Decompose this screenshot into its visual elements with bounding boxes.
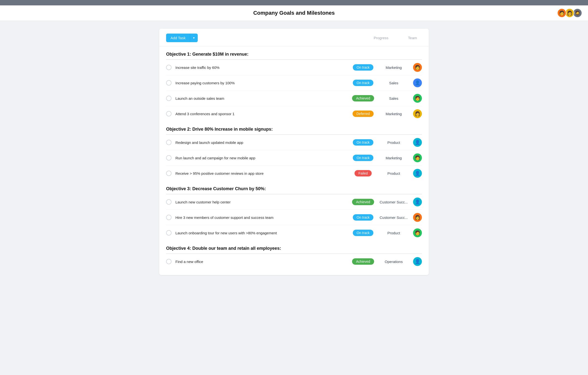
col-team-label: Team (408, 36, 417, 40)
task-checkbox[interactable] (166, 199, 172, 205)
task-status-cell: Achieved (348, 258, 378, 265)
task-label: Launch new customer help center (175, 200, 348, 204)
task-label: Attend 3 conferences and sponsor 1 (175, 112, 348, 116)
task-status-cell: On track (348, 155, 378, 161)
task-team: Operations (378, 260, 410, 264)
add-task-dropdown-button[interactable]: ▾ (190, 34, 198, 42)
status-badge: Failed (355, 170, 372, 176)
header: Company Goals and Milestones 🧑 👩 🧔 (0, 5, 588, 21)
task-team: Product (378, 171, 410, 175)
task-team: Customer Succ... (378, 200, 410, 204)
table-row: Increase paying customers by 100%On trac… (166, 75, 422, 91)
top-bar (0, 0, 588, 5)
table-row: Increase site traffic by 60%On trackMark… (166, 60, 422, 75)
avatar: 🧑 (413, 63, 422, 72)
avatar: 🧑 (413, 94, 422, 103)
avatar: 👩 (413, 109, 422, 118)
table-row: Redesign and launch updated mobile appOn… (166, 135, 422, 150)
task-status-cell: Deferred (348, 111, 378, 117)
table-row: Launch onboarding tour for new users wit… (166, 225, 422, 240)
task-checkbox[interactable] (166, 230, 172, 236)
status-badge: Achieved (352, 199, 374, 205)
task-status-cell: On track (348, 64, 378, 71)
task-checkbox[interactable] (166, 140, 172, 145)
objective-section-3: Objective 3: Decrease Customer Churn by … (159, 181, 429, 240)
task-status-cell: On track (348, 230, 378, 236)
table-row: Receive > 95% positive customer reviews … (166, 166, 422, 181)
avatar: 🧑 (413, 228, 422, 237)
avatar: 👤 (413, 257, 422, 266)
task-team: Sales (378, 81, 410, 85)
toolbar: Add Task ▾ Progress Team (159, 29, 429, 46)
task-label: Run launch and ad campaign for new mobil… (175, 156, 348, 160)
task-label: Increase site traffic by 60% (175, 65, 348, 70)
avatar: 👤 (413, 198, 422, 206)
status-badge: Deferred (353, 111, 374, 117)
objective-header-1: Objective 1: Generate $10M in revenue: (166, 46, 422, 60)
status-badge: On track (353, 155, 374, 161)
add-task-button[interactable]: Add Task (166, 34, 190, 42)
task-checkbox[interactable] (166, 155, 172, 161)
task-checkbox[interactable] (166, 259, 172, 264)
task-checkbox[interactable] (166, 80, 172, 86)
avatar: 🧑 (413, 153, 422, 162)
avatar: 👤 (413, 169, 422, 178)
avatar: 👤 (413, 138, 422, 147)
status-badge: On track (353, 139, 374, 146)
objective-header-3: Objective 3: Decrease Customer Churn by … (166, 181, 422, 194)
avatar: 👩 (413, 213, 422, 222)
page-title: Company Goals and Milestones (253, 10, 335, 16)
task-label: Receive > 95% positive customer reviews … (175, 171, 348, 175)
objective-section-1: Objective 1: Generate $10M in revenue:In… (159, 46, 429, 121)
task-label: Launch onboarding tour for new users wit… (175, 231, 348, 235)
task-team: Product (378, 231, 410, 235)
add-task-group: Add Task ▾ (166, 34, 198, 42)
main-content: Add Task ▾ Progress Team Objective 1: Ge… (159, 29, 429, 275)
status-badge: Achieved (352, 258, 374, 265)
task-status-cell: On track (348, 214, 378, 221)
task-checkbox[interactable] (166, 111, 172, 116)
task-label: Launch an outside sales team (175, 96, 348, 100)
objectives-container: Objective 1: Generate $10M in revenue:In… (159, 46, 429, 269)
table-row: Hire 3 new members of customer support a… (166, 210, 422, 225)
header-avatar-group: 🧑 👩 🧔 (559, 8, 582, 18)
status-badge: Achieved (352, 95, 374, 101)
task-status-cell: Failed (348, 170, 378, 176)
table-row: Attend 3 conferences and sponsor 1Deferr… (166, 106, 422, 121)
task-status-cell: Achieved (348, 199, 378, 205)
task-team: Product (378, 140, 410, 145)
col-progress-label: Progress (374, 36, 388, 40)
toolbar-headers: Progress Team (374, 36, 417, 40)
task-team: Marketing (378, 112, 410, 116)
status-badge: On track (353, 64, 374, 71)
task-checkbox[interactable] (166, 215, 172, 220)
task-team: Sales (378, 96, 410, 100)
status-badge: On track (353, 80, 374, 86)
task-team: Marketing (378, 156, 410, 160)
table-row: Launch new customer help centerAchievedC… (166, 194, 422, 210)
task-label: Redesign and launch updated mobile app (175, 140, 348, 145)
objective-section-2: Objective 2: Drive 80% Increase in mobil… (159, 121, 429, 181)
status-badge: On track (353, 230, 374, 236)
task-label: Hire 3 new members of customer support a… (175, 215, 348, 220)
task-status-cell: On track (348, 139, 378, 146)
objective-header-4: Objective 4: Double our team and retain … (166, 240, 422, 254)
table-row: Run launch and ad campaign for new mobil… (166, 150, 422, 166)
status-badge: On track (353, 214, 374, 221)
objective-header-2: Objective 2: Drive 80% Increase in mobil… (166, 121, 422, 135)
table-row: Launch an outside sales teamAchievedSale… (166, 91, 422, 106)
task-checkbox[interactable] (166, 65, 172, 70)
task-label: Increase paying customers by 100% (175, 81, 348, 85)
objective-section-4: Objective 4: Double our team and retain … (159, 240, 429, 269)
task-team: Marketing (378, 65, 410, 70)
task-checkbox[interactable] (166, 96, 172, 101)
task-checkbox[interactable] (166, 171, 172, 176)
task-status-cell: On track (348, 80, 378, 86)
task-label: Find a new office (175, 260, 348, 264)
table-row: Find a new officeAchievedOperations👤 (166, 254, 422, 269)
header-avatar-1: 🧑 (557, 8, 566, 18)
task-status-cell: Achieved (348, 95, 378, 101)
task-team: Customer Succ... (378, 215, 410, 220)
avatar: 👤 (413, 78, 422, 87)
